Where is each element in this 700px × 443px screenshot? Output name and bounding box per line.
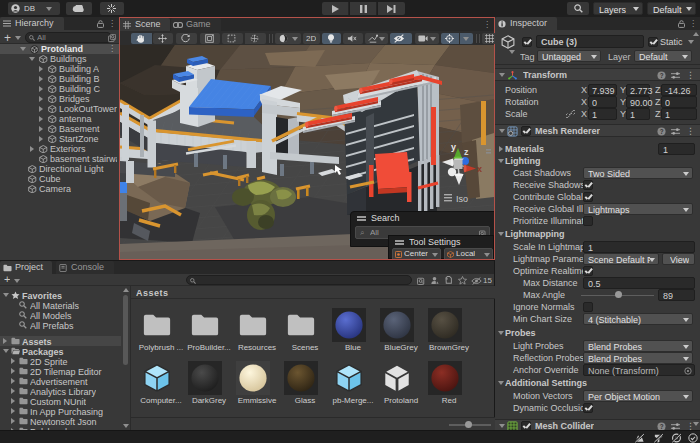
svg-text:Iso: Iso (456, 194, 468, 204)
svg-text:?: ? (660, 423, 664, 430)
svg-text:?: ? (660, 72, 664, 79)
svg-text:z: z (464, 147, 469, 157)
svg-text:?: ? (660, 128, 664, 135)
svg-text:y: y (451, 142, 456, 152)
svg-text:x: x (477, 164, 482, 174)
